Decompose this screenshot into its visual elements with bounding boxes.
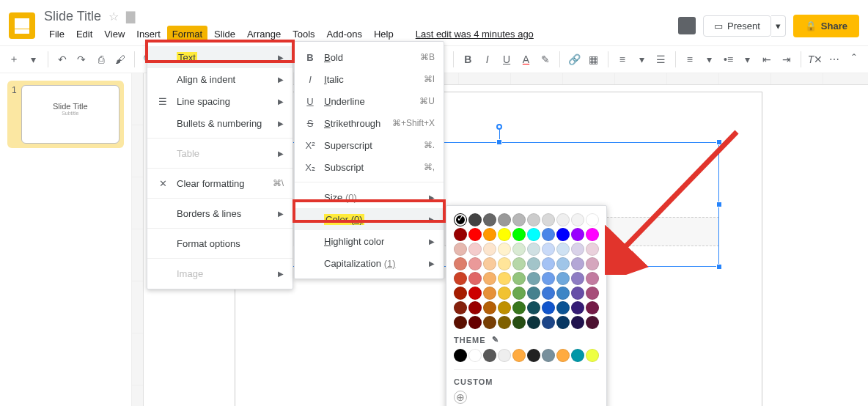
format-align-item[interactable]: Align & indent ▶ — [147, 68, 293, 90]
color-swatch[interactable] — [468, 316, 482, 329]
slide-thumbnail-1[interactable]: 1 Slide Title Subtitle — [7, 81, 124, 148]
color-swatch[interactable] — [512, 301, 526, 314]
format-bullets-item[interactable]: Bullets & numbering ▶ — [147, 112, 293, 134]
bulleted-list-button[interactable]: •≡ — [720, 50, 736, 69]
bold-button[interactable]: B — [460, 50, 476, 69]
resize-handle-tr[interactable] — [716, 139, 722, 145]
color-swatch[interactable] — [542, 272, 555, 285]
menu-insert[interactable]: Insert — [131, 26, 166, 43]
document-title[interactable]: Slide Title — [44, 9, 101, 24]
menu-view[interactable]: View — [99, 26, 130, 43]
color-swatch[interactable] — [454, 213, 467, 226]
align-button[interactable]: ≡ — [614, 50, 630, 69]
color-swatch[interactable] — [498, 287, 511, 300]
share-button[interactable]: 🔒 Share — [793, 15, 859, 37]
color-swatch[interactable] — [468, 272, 482, 285]
color-swatch[interactable] — [512, 272, 526, 285]
color-swatch[interactable] — [571, 243, 584, 256]
color-swatch[interactable] — [571, 287, 584, 300]
color-swatch[interactable] — [454, 316, 467, 329]
color-swatch[interactable] — [468, 287, 482, 300]
theme-color-swatch[interactable] — [454, 349, 467, 362]
text-size-item[interactable]: Size (0) ▶ — [295, 186, 444, 208]
color-swatch[interactable] — [527, 228, 540, 241]
color-swatch[interactable] — [527, 243, 540, 256]
format-options-item[interactable]: Format options — [147, 232, 293, 254]
text-bold-item[interactable]: B Bold ⌘B — [295, 46, 444, 68]
theme-color-swatch[interactable] — [468, 349, 482, 362]
color-swatch[interactable] — [542, 213, 555, 226]
text-italic-item[interactable]: I Italic ⌘I — [295, 68, 444, 90]
print-button[interactable]: ⎙ — [92, 50, 108, 69]
color-swatch[interactable] — [586, 287, 599, 300]
color-swatch[interactable] — [498, 272, 511, 285]
edit-theme-icon[interactable]: ✎ — [492, 335, 499, 344]
color-swatch[interactable] — [527, 213, 540, 226]
menu-edit[interactable]: Edit — [71, 26, 98, 43]
color-swatch[interactable] — [556, 257, 570, 270]
color-swatch[interactable] — [483, 228, 496, 241]
color-swatch[interactable] — [556, 272, 570, 285]
theme-color-swatch[interactable] — [571, 349, 584, 362]
bulleted-list-dropdown[interactable]: ▾ — [740, 50, 756, 69]
new-slide-button[interactable]: ＋ — [6, 50, 22, 69]
color-swatch[interactable] — [556, 287, 570, 300]
add-custom-color-button[interactable]: ⊕ — [454, 391, 467, 404]
color-swatch[interactable] — [468, 243, 482, 256]
theme-color-swatch[interactable] — [586, 349, 599, 362]
redo-button[interactable]: ↷ — [73, 50, 89, 69]
color-swatch[interactable] — [556, 316, 570, 329]
move-folder-icon[interactable]: ▇ — [126, 10, 135, 23]
comments-icon[interactable] — [678, 17, 696, 34]
color-swatch[interactable] — [527, 272, 540, 285]
color-swatch[interactable] — [468, 228, 482, 241]
rotate-handle[interactable] — [496, 124, 502, 130]
underline-button[interactable]: U — [499, 50, 515, 69]
color-swatch[interactable] — [454, 243, 467, 256]
color-swatch[interactable] — [527, 287, 540, 300]
menu-file[interactable]: File — [44, 26, 70, 43]
new-slide-dropdown[interactable]: ▾ — [25, 50, 41, 69]
text-underline-item[interactable]: U Underline ⌘U — [295, 90, 444, 112]
text-strikethrough-item[interactable]: S Strikethrough ⌘+Shift+X — [295, 112, 444, 134]
color-swatch[interactable] — [454, 228, 467, 241]
text-highlight-item[interactable]: Highlight color ▶ — [295, 230, 444, 252]
color-swatch[interactable] — [586, 272, 599, 285]
color-swatch[interactable] — [586, 301, 599, 314]
color-swatch[interactable] — [512, 287, 526, 300]
align-dropdown[interactable]: ▾ — [633, 50, 650, 69]
menu-tools[interactable]: Tools — [287, 26, 320, 43]
resize-handle-mr[interactable] — [716, 202, 722, 207]
text-superscript-item[interactable]: X² Superscript ⌘. — [295, 134, 444, 156]
present-button[interactable]: ▭ Present — [703, 15, 771, 37]
text-color-item[interactable]: Color (0) ▶ — [295, 208, 444, 230]
resize-handle-br[interactable] — [716, 264, 722, 270]
color-swatch[interactable] — [571, 301, 584, 314]
clear-formatting-button[interactable]: T✕ — [807, 50, 823, 69]
color-swatch[interactable] — [483, 243, 496, 256]
color-swatch[interactable] — [512, 228, 526, 241]
text-subscript-item[interactable]: X₂ Subscript ⌘, — [295, 156, 444, 178]
color-swatch[interactable] — [483, 316, 496, 329]
color-swatch[interactable] — [483, 257, 496, 270]
present-dropdown[interactable]: ▾ — [771, 15, 786, 37]
color-swatch[interactable] — [512, 213, 526, 226]
color-swatch[interactable] — [556, 213, 570, 226]
theme-color-swatch[interactable] — [512, 349, 526, 362]
color-swatch[interactable] — [512, 257, 526, 270]
color-swatch[interactable] — [498, 301, 511, 314]
highlight-button[interactable]: ✎ — [537, 50, 553, 69]
format-text-item[interactable]: Text ▶ — [147, 46, 293, 68]
color-swatch[interactable] — [454, 272, 467, 285]
decrease-indent-button[interactable]: ⇤ — [759, 50, 775, 69]
color-swatch[interactable] — [527, 316, 540, 329]
color-swatch[interactable] — [556, 301, 570, 314]
color-swatch[interactable] — [483, 301, 496, 314]
theme-color-swatch[interactable] — [498, 349, 511, 362]
color-swatch[interactable] — [468, 213, 482, 226]
insert-link-button[interactable]: 🔗 — [566, 50, 582, 69]
color-swatch[interactable] — [512, 243, 526, 256]
color-swatch[interactable] — [483, 287, 496, 300]
color-swatch[interactable] — [454, 301, 467, 314]
color-swatch[interactable] — [468, 301, 482, 314]
